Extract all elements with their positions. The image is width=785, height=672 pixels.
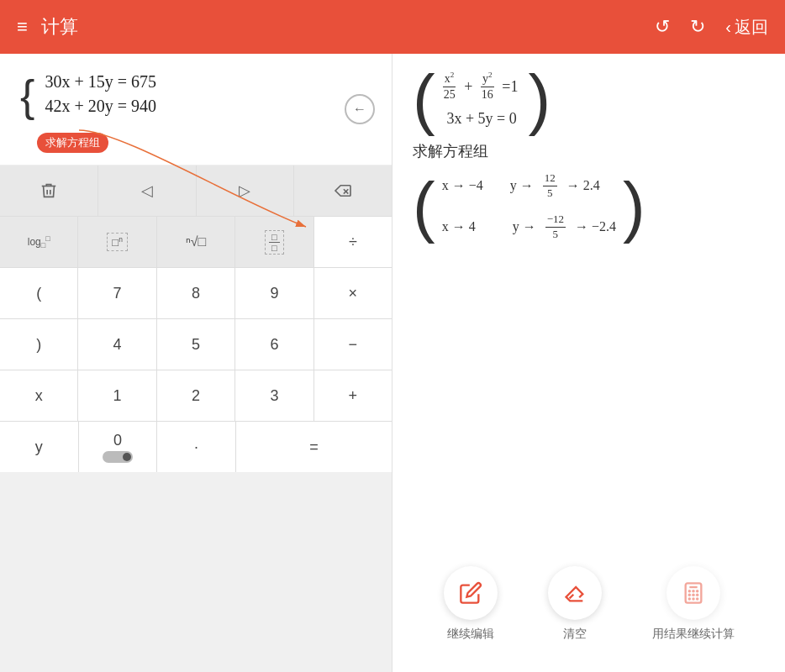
back-button[interactable]: ‹ 返回 bbox=[725, 16, 768, 39]
key-3[interactable]: 3 bbox=[235, 370, 313, 421]
result-eq1: x2 25 + y2 16 =1 bbox=[442, 71, 522, 102]
continue-edit-label: 继续编辑 bbox=[447, 627, 494, 642]
input-area: { 30x + 15y = 675 42x + 20y = 940 ← 求解方程… bbox=[0, 54, 392, 165]
key-1[interactable]: 1 bbox=[78, 370, 156, 421]
bottom-actions: 继续编辑 清空 bbox=[413, 546, 765, 655]
equation-line-1: 30x + 15y = 675 bbox=[45, 72, 156, 92]
keyboard-row-2: ( 7 8 9 × bbox=[0, 268, 392, 319]
keyboard: ◁ ▷ log□□ □n ⁿ√□ bbox=[0, 165, 392, 672]
use-result-button[interactable]: 用结果继续计算 bbox=[652, 566, 735, 642]
key-right[interactable]: ▷ bbox=[197, 165, 295, 216]
key-6[interactable]: 6 bbox=[235, 319, 313, 370]
keyboard-row-4: x 1 2 3 + bbox=[0, 370, 392, 422]
calculator-icon bbox=[682, 581, 705, 605]
back-chevron-icon: ‹ bbox=[725, 18, 731, 37]
header-actions: ↺ ↻ ‹ 返回 bbox=[655, 16, 768, 39]
back-label: 返回 bbox=[735, 16, 768, 39]
equation-system: { 30x + 15y = 675 42x + 20y = 940 bbox=[20, 71, 371, 118]
key-4[interactable]: 4 bbox=[78, 319, 156, 370]
continue-edit-button[interactable]: 继续编辑 bbox=[444, 566, 498, 642]
menu-icon[interactable]: ≡ bbox=[17, 18, 28, 36]
key-close-paren[interactable]: ) bbox=[0, 319, 78, 370]
right-panel: ( x2 25 + y2 16 =1 bbox=[392, 54, 785, 672]
key-trash[interactable] bbox=[0, 165, 98, 216]
equation-line-2: 42x + 20y = 940 bbox=[45, 97, 156, 116]
key-log[interactable]: log□□ bbox=[0, 217, 78, 267]
solution-open-paren: ( bbox=[413, 178, 435, 235]
solution-close-paren: ) bbox=[623, 178, 645, 235]
key-minus[interactable]: − bbox=[314, 319, 392, 370]
key-2[interactable]: 2 bbox=[157, 370, 235, 421]
main-content: { 30x + 15y = 675 42x + 20y = 940 ← 求解方程… bbox=[0, 54, 785, 672]
key-7[interactable]: 7 bbox=[78, 268, 156, 318]
key-root[interactable]: ⁿ√□ bbox=[157, 217, 235, 267]
continue-edit-circle bbox=[444, 566, 498, 620]
solution-system: ( x → −4 y → 12 5 → 2.4 x → 4 y → bbox=[413, 171, 765, 242]
key-equals[interactable]: = bbox=[236, 422, 392, 472]
result-equation-system: ( x2 25 + y2 16 =1 bbox=[413, 71, 765, 128]
bracket-left: { bbox=[20, 74, 34, 118]
equations: 30x + 15y = 675 42x + 20y = 940 bbox=[45, 72, 156, 116]
key-divide[interactable]: ÷ bbox=[314, 217, 392, 267]
keyboard-row-5: y 0 · = bbox=[0, 422, 392, 472]
result-equations: x2 25 + y2 16 =1 3x + 5y = 0 bbox=[442, 71, 522, 127]
key-open-paren[interactable]: ( bbox=[0, 268, 78, 318]
key-fraction[interactable]: □ □ bbox=[235, 217, 313, 267]
app-title: 计算 bbox=[41, 14, 655, 39]
left-panel: { 30x + 15y = 675 42x + 20y = 940 ← 求解方程… bbox=[0, 54, 392, 672]
keyboard-row-1: log□□ □n ⁿ√□ □ □ ÷ bbox=[0, 217, 392, 268]
key-0[interactable]: 0 bbox=[79, 422, 158, 472]
keyboard-row-0: ◁ ▷ bbox=[0, 165, 392, 217]
solution-row-1: x → −4 y → 12 5 → 2.4 bbox=[442, 171, 616, 201]
clear-circle bbox=[548, 566, 602, 620]
key-8[interactable]: 8 bbox=[157, 268, 235, 318]
use-result-label: 用结果继续计算 bbox=[652, 627, 735, 642]
key-9[interactable]: 9 bbox=[235, 268, 313, 318]
key-y[interactable]: y bbox=[0, 422, 79, 472]
solution-rows: x → −4 y → 12 5 → 2.4 x → 4 y → −12 5 bbox=[442, 171, 616, 242]
solution-row-2: x → 4 y → −12 5 → −2.4 bbox=[442, 213, 616, 242]
result-eq2: 3x + 5y = 0 bbox=[446, 110, 516, 128]
key-5[interactable]: 5 bbox=[157, 319, 235, 370]
backspace-icon: ← bbox=[353, 102, 366, 117]
key-plus[interactable]: + bbox=[314, 370, 392, 421]
edit-icon bbox=[459, 581, 482, 605]
clear-label: 清空 bbox=[563, 627, 587, 642]
solve-tag[interactable]: 求解方程组 bbox=[37, 133, 108, 153]
key-left[interactable]: ◁ bbox=[98, 165, 197, 216]
solve-label: 求解方程组 bbox=[413, 141, 765, 161]
key-x[interactable]: x bbox=[0, 370, 78, 421]
keyboard-row-3: ) 4 5 6 − bbox=[0, 319, 392, 370]
undo-icon[interactable]: ↺ bbox=[655, 16, 670, 38]
key-multiply[interactable]: × bbox=[314, 268, 392, 318]
result-open-paren: ( bbox=[413, 71, 435, 128]
backspace-button[interactable]: ← bbox=[345, 94, 375, 124]
result-close-paren: ) bbox=[528, 71, 551, 128]
key-backspace[interactable] bbox=[294, 165, 392, 216]
clear-button[interactable]: 清空 bbox=[548, 566, 602, 642]
eraser-icon bbox=[563, 581, 587, 605]
use-result-circle bbox=[666, 566, 720, 620]
key-dot[interactable]: · bbox=[157, 422, 236, 472]
key-power[interactable]: □n bbox=[78, 217, 156, 267]
app-header: ≡ 计算 ↺ ↻ ‹ 返回 bbox=[0, 0, 785, 54]
redo-icon[interactable]: ↻ bbox=[690, 16, 705, 38]
